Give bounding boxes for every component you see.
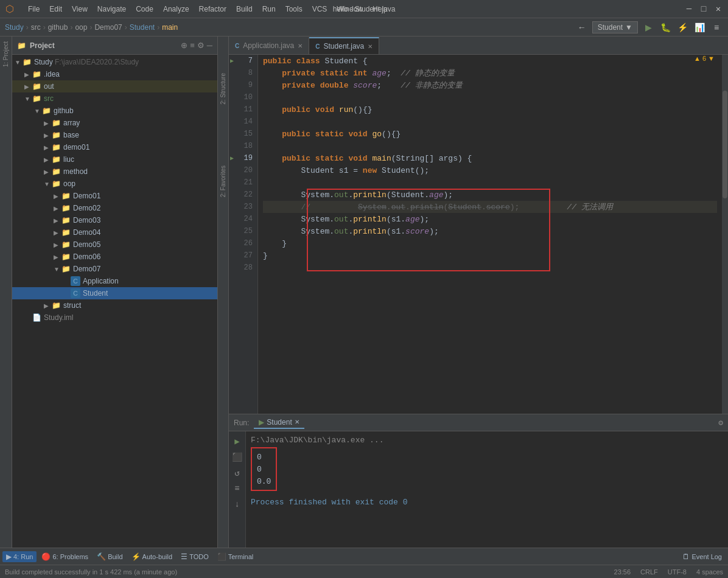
tree-demo07-oop[interactable]: ▼ 📁 Demo07 (12, 263, 217, 275)
back-button[interactable]: ← (575, 21, 589, 34)
menu-navigate[interactable]: Navigate (94, 4, 130, 15)
menu-edit[interactable]: Edit (46, 4, 66, 15)
bottom-gear[interactable]: ⚙ (718, 418, 723, 428)
project-tools[interactable]: ⊕ ≡ ⚙ ─ (181, 41, 212, 50)
breadcrumb-github[interactable]: github (48, 23, 68, 32)
status-line-ending[interactable]: CRLF (640, 568, 658, 576)
menu-analyze[interactable]: Analyze (159, 4, 193, 15)
breadcrumb-demo07[interactable]: Demo07 (94, 23, 122, 32)
tree-study-iml[interactable]: ▶ 📄 Study.iml (12, 312, 217, 324)
breadcrumb-oop[interactable]: oop (75, 23, 87, 32)
project-tree: ▼ 📁 Study F:\java\IDEA2020.2\Study ▶ 📁 .… (12, 55, 217, 548)
editor-scrollbar[interactable] (722, 55, 728, 414)
menu-run[interactable]: Run (259, 4, 279, 15)
tree-application[interactable]: ▶ C Application (12, 275, 217, 287)
bottom-tab-student[interactable]: ▶ Student ✕ (254, 417, 304, 429)
scroll-strip-btn[interactable]: ≡ (231, 482, 243, 495)
breadcrumb-student[interactable]: Student (130, 23, 155, 32)
tree-liuc[interactable]: ▶ 📁 liuc (12, 153, 217, 165)
tree-method[interactable]: ▶ 📁 method (12, 165, 217, 178)
window-controls[interactable]: ─ □ ✕ (684, 4, 723, 14)
run-tab-close[interactable]: ✕ (295, 419, 299, 425)
scroll-to-end-btn[interactable]: ↓ (231, 498, 243, 510)
debug-button[interactable]: 🐛 (659, 21, 672, 34)
code-editor[interactable]: ▶7 8 9 10 11 14 15 18 ▶19 20 21 22 23 24… (229, 55, 728, 414)
line-28: 28 (229, 262, 257, 274)
tree-github[interactable]: ▼ 📁 github (12, 105, 217, 117)
profile-button[interactable]: 📊 (693, 21, 706, 34)
breadcrumb-main[interactable]: main (162, 23, 178, 32)
tool-event-log[interactable]: 🗒 Event Log (679, 551, 726, 562)
menu-file[interactable]: File (24, 4, 43, 15)
tree-struct[interactable]: ▶ 📁 struct (12, 299, 217, 312)
breadcrumb-src[interactable]: src (31, 23, 41, 32)
tree-array[interactable]: ▶ 📁 array (12, 117, 217, 129)
run-strip-btn[interactable]: ▶ (231, 435, 243, 447)
run-config-selector[interactable]: Student ▼ (592, 21, 638, 33)
line-26: 26 (229, 237, 257, 249)
tool-problems[interactable]: 🔴 6: Problems (38, 551, 92, 562)
scope-icon[interactable]: ⊕ (181, 41, 187, 50)
tree-root[interactable]: ▼ 📁 Study F:\java\IDEA2020.2\Study (12, 56, 217, 68)
tree-out[interactable]: ▶ 📁 out (12, 80, 217, 92)
project-panel-label[interactable]: 1: Project (1, 39, 10, 69)
struct-label: struct (63, 301, 81, 310)
tool-terminal[interactable]: ⬛ Terminal (214, 551, 257, 562)
tab-student-close[interactable]: ✕ (368, 43, 373, 50)
more-actions[interactable]: ≡ (710, 21, 723, 34)
favorites-label[interactable]: 2: Favorites (220, 165, 226, 197)
demo01-folder-icon: 📁 (51, 142, 61, 152)
oop-folder-icon: 📁 (51, 179, 61, 189)
tree-student[interactable]: ▶ C Student (12, 287, 217, 299)
menu-build[interactable]: Build (233, 4, 256, 15)
line-8: 8 (229, 67, 257, 79)
liuc-folder-icon: 📁 (51, 155, 61, 164)
tree-oop[interactable]: ▼ 📁 oop (12, 178, 217, 190)
menu-refactor[interactable]: Refactor (195, 4, 230, 15)
menu-vcs[interactable]: VCS (309, 4, 331, 15)
tree-idea[interactable]: ▶ 📁 .idea (12, 68, 217, 80)
line-15: 15 (229, 128, 257, 140)
tab-student[interactable]: C Student.java ✕ (309, 37, 379, 54)
menu-view[interactable]: View (68, 4, 91, 15)
tree-base[interactable]: ▶ 📁 base (12, 129, 217, 141)
tree-demo02-oop[interactable]: ▶ 📁 Demo02 (12, 202, 217, 214)
minimize-panel-icon[interactable]: ─ (207, 41, 212, 50)
breadcrumb-bar: Study › src › github › oop › Demo07 › St… (0, 18, 728, 37)
tree-demo06-oop[interactable]: ▶ 📁 Demo06 (12, 251, 217, 263)
tab-application[interactable]: C Application.java ✕ (229, 37, 309, 54)
tree-demo05-oop[interactable]: ▶ 📁 Demo05 (12, 239, 217, 251)
breadcrumb-study[interactable]: Study (5, 23, 24, 32)
rerun-strip-btn[interactable]: ↺ (231, 467, 243, 479)
close-button[interactable]: ✕ (713, 4, 723, 14)
tree-demo04-oop[interactable]: ▶ 📁 Demo04 (12, 226, 217, 239)
tree-demo03-oop[interactable]: ▶ 📁 Demo03 (12, 214, 217, 226)
tool-run[interactable]: ▶ 4: Run (2, 551, 37, 562)
tab-application-close[interactable]: ✕ (298, 43, 303, 49)
minimize-button[interactable]: ─ (684, 4, 694, 14)
run-button[interactable]: ▶ (642, 21, 655, 34)
collapse-icon[interactable]: ≡ (190, 41, 195, 50)
coverage-button[interactable]: ⚡ (676, 21, 689, 34)
menu-tools[interactable]: Tools (282, 4, 306, 15)
build-tool-icon: 🔨 (97, 552, 106, 561)
status-indent[interactable]: 4 spaces (696, 568, 723, 576)
menu-code[interactable]: Code (132, 4, 157, 15)
tree-demo01[interactable]: ▶ 📁 demo01 (12, 141, 217, 153)
structure-label[interactable]: 2: Structure (220, 73, 226, 105)
student-label: Student (83, 289, 108, 298)
project-panel: 📁 Project ⊕ ≡ ⚙ ─ ▼ 📁 Study F:\java\IDEA… (12, 37, 218, 548)
tree-src[interactable]: ▼ 📁 src (12, 92, 217, 105)
status-encoding[interactable]: UTF-8 (668, 568, 687, 576)
tool-todo[interactable]: ☰ TODO (177, 551, 212, 562)
line-21: 21 (229, 176, 257, 189)
tool-build[interactable]: 🔨 Build (93, 551, 126, 562)
console-out-1: 0 (257, 463, 271, 475)
run-label: Run: (234, 419, 249, 427)
stop-strip-btn[interactable]: ⬛ (231, 451, 243, 463)
settings-icon[interactable]: ⚙ (197, 41, 205, 50)
maximize-button[interactable]: □ (699, 4, 709, 14)
tool-auto-build[interactable]: ⚡ Auto-build (128, 551, 177, 562)
code-line-18 (263, 140, 717, 152)
tree-demo01-oop[interactable]: ▶ 📁 Demo01 (12, 190, 217, 202)
